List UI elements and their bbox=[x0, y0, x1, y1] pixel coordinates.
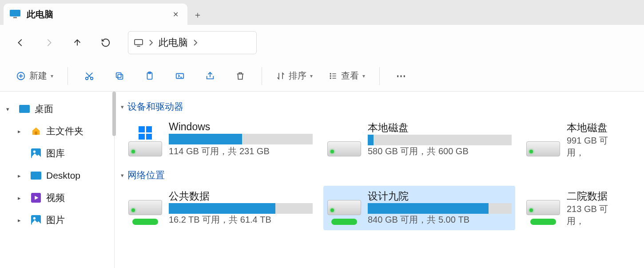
drive-name: 设计九院 bbox=[368, 189, 512, 203]
rename-button[interactable] bbox=[167, 66, 193, 86]
disk-icon bbox=[526, 200, 560, 215]
drive-name: 本地磁盘 bbox=[368, 121, 512, 135]
svg-rect-6 bbox=[118, 74, 123, 79]
svg-rect-14 bbox=[19, 105, 30, 113]
drive-name: 公共数据 bbox=[169, 189, 313, 203]
sidebar-item-home[interactable]: ▸ 主文件夹 bbox=[0, 120, 114, 142]
disk-icon bbox=[526, 141, 560, 156]
chevron-right-icon: ▸ bbox=[18, 217, 26, 224]
more-button[interactable]: ⋯ bbox=[388, 66, 414, 86]
group-header[interactable]: ▾ 设备和驱动器 bbox=[120, 98, 644, 117]
tab-bar: 此电脑 ✕ ＋ bbox=[0, 0, 644, 25]
svg-point-5 bbox=[91, 77, 93, 80]
chevron-down-icon: ▾ bbox=[362, 73, 365, 79]
chevron-down-icon: ▾ bbox=[51, 73, 53, 79]
sidebar-item-label: 视频 bbox=[46, 192, 65, 204]
svg-point-17 bbox=[33, 151, 36, 153]
svg-rect-7 bbox=[116, 72, 121, 77]
drive-caption: 580 GB 可用，共 600 GB bbox=[368, 145, 512, 157]
drive-icon bbox=[128, 120, 163, 159]
drive-row: Windows 114 GB 可用，共 231 GB 本地磁盘 580 GB 可… bbox=[120, 117, 644, 162]
drive-icon bbox=[128, 188, 163, 228]
drive-item[interactable]: Windows 114 GB 可用，共 231 GB bbox=[124, 117, 316, 162]
separator bbox=[68, 67, 68, 85]
delete-button[interactable] bbox=[227, 66, 254, 86]
up-button[interactable] bbox=[65, 30, 90, 55]
pictures-icon bbox=[30, 214, 42, 226]
capacity-bar bbox=[169, 134, 313, 144]
disk-icon bbox=[327, 141, 361, 156]
chevron-right-icon: ▸ bbox=[18, 172, 26, 179]
drive-item[interactable]: 二院数据 213 GB 可用， bbox=[522, 186, 629, 230]
back-button[interactable] bbox=[8, 30, 33, 55]
drive-caption: 114 GB 可用，共 231 GB bbox=[169, 145, 313, 157]
drive-info: 本地磁盘 580 GB 可用，共 600 GB bbox=[368, 120, 512, 159]
sort-button[interactable]: 排序 ▾ bbox=[270, 66, 319, 86]
home-icon bbox=[30, 125, 42, 137]
drive-info: Windows 114 GB 可用，共 231 GB bbox=[169, 120, 313, 159]
view-button[interactable]: 查看 ▾ bbox=[322, 66, 371, 86]
chevron-down-icon: ▾ bbox=[121, 172, 124, 179]
new-button[interactable]: 新建 ▾ bbox=[10, 66, 60, 86]
network-icon bbox=[530, 219, 556, 225]
disk-icon bbox=[128, 141, 162, 156]
separator bbox=[262, 67, 262, 85]
drive-item[interactable]: 本地磁盘 991 GB 可用， bbox=[522, 117, 629, 162]
chevron-right-icon bbox=[149, 39, 153, 46]
drive-icon bbox=[526, 188, 561, 228]
sidebar-item-label: 图库 bbox=[46, 147, 65, 160]
group-title: 设备和驱动器 bbox=[127, 100, 183, 113]
sidebar-item-desktop[interactable]: ▸ Desktop bbox=[0, 164, 114, 187]
share-button[interactable] bbox=[197, 66, 223, 86]
drive-info: 二院数据 213 GB 可用， bbox=[567, 188, 625, 228]
network-icon bbox=[132, 219, 158, 225]
toolbar: 新建 ▾ 排序 ▾ 查看 ▾ ⋯ bbox=[0, 60, 644, 92]
sidebar-item-pictures[interactable]: ▸ 图片 bbox=[0, 209, 114, 231]
breadcrumb-this-pc[interactable]: 此电脑 bbox=[159, 36, 188, 49]
svg-point-4 bbox=[86, 77, 88, 80]
svg-point-12 bbox=[330, 76, 331, 76]
sidebar-item-label: 图片 bbox=[46, 214, 65, 226]
svg-rect-15 bbox=[35, 132, 37, 135]
drive-icon bbox=[327, 188, 362, 228]
copy-button[interactable] bbox=[106, 66, 133, 86]
drive-item[interactable]: 本地磁盘 580 GB 可用，共 600 GB bbox=[323, 117, 515, 162]
drive-name: 二院数据 bbox=[567, 189, 625, 203]
monitor-icon bbox=[10, 10, 20, 19]
group-title: 网络位置 bbox=[127, 169, 165, 181]
gallery-icon bbox=[30, 148, 42, 159]
sidebar-item-gallery[interactable]: 图库 bbox=[0, 142, 114, 164]
tab-this-pc[interactable]: 此电脑 ✕ bbox=[4, 4, 187, 25]
disk-icon bbox=[327, 200, 361, 215]
svg-point-13 bbox=[330, 78, 331, 79]
drive-row: 公共数据 16.2 TB 可用，共 61.4 TB 设计九院 840 GB 可用… bbox=[120, 186, 644, 230]
monitor-icon bbox=[134, 39, 143, 47]
disk-icon bbox=[128, 200, 162, 215]
chevron-right-icon bbox=[193, 39, 198, 46]
forward-button[interactable] bbox=[36, 30, 61, 55]
drive-item[interactable]: 公共数据 16.2 TB 可用，共 61.4 TB bbox=[124, 186, 316, 230]
drive-caption: 16.2 TB 可用，共 61.4 TB bbox=[169, 214, 313, 226]
close-tab-button[interactable]: ✕ bbox=[170, 8, 181, 21]
group-header[interactable]: ▾ 网络位置 bbox=[120, 166, 644, 186]
drive-caption: 991 GB 可用， bbox=[567, 135, 625, 159]
view-button-label: 查看 bbox=[341, 70, 359, 82]
svg-rect-18 bbox=[31, 172, 41, 180]
drive-item[interactable]: 设计九院 840 GB 可用，共 5.00 TB bbox=[323, 186, 515, 230]
nav-row: 此电脑 bbox=[0, 25, 644, 60]
address-bar[interactable]: 此电脑 bbox=[128, 31, 257, 54]
network-icon bbox=[331, 219, 357, 225]
cut-button[interactable] bbox=[76, 66, 103, 86]
content-pane: ▾ 设备和驱动器 Windows 114 GB 可用，共 231 GB 本地磁盘… bbox=[115, 92, 644, 268]
refresh-button[interactable] bbox=[93, 30, 118, 55]
sidebar-item-videos[interactable]: ▸ 视频 bbox=[0, 187, 114, 209]
sidebar-item-desktop-root[interactable]: ▾ 桌面 bbox=[0, 98, 114, 120]
paste-button[interactable] bbox=[136, 66, 163, 86]
new-tab-button[interactable]: ＋ bbox=[187, 4, 208, 25]
sidebar: ▾ 桌面 ▸ 主文件夹 图库 ▸ Desktop bbox=[0, 92, 115, 268]
windows-icon bbox=[139, 126, 152, 140]
sidebar-item-label: 主文件夹 bbox=[46, 125, 83, 137]
separator bbox=[379, 67, 380, 85]
chevron-down-icon: ▾ bbox=[310, 73, 313, 79]
drive-info: 本地磁盘 991 GB 可用， bbox=[567, 120, 625, 159]
